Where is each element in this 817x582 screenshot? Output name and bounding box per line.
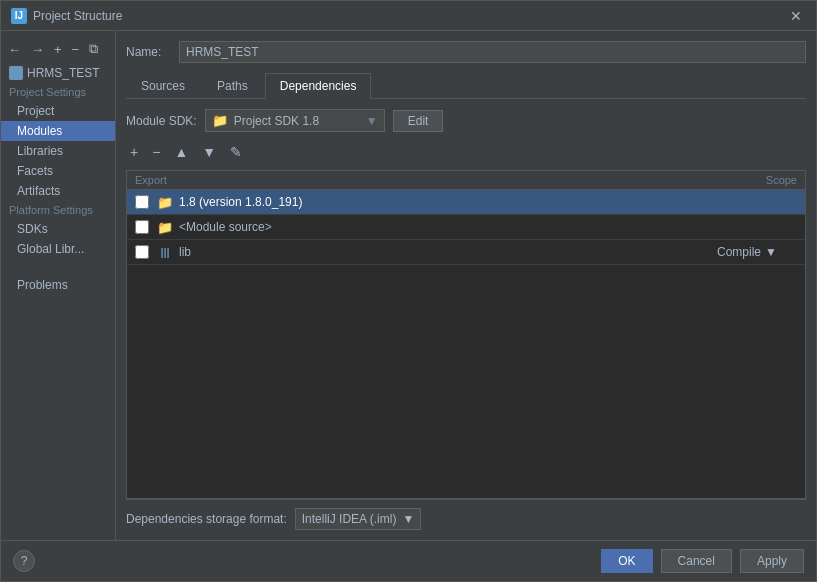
bottom-row: Dependencies storage format: IntelliJ ID… — [126, 499, 806, 530]
deps-checkbox-lib[interactable] — [135, 245, 149, 259]
deps-toolbar: + − ▲ ▼ ✎ — [126, 142, 806, 162]
deps-edit-button[interactable]: ✎ — [226, 142, 246, 162]
project-settings-label: Project Settings — [1, 83, 115, 101]
deps-remove-button[interactable]: − — [148, 142, 164, 162]
deps-down-button[interactable]: ▼ — [198, 142, 220, 162]
deps-col-export: Export — [135, 174, 195, 186]
tab-dependencies[interactable]: Dependencies — [265, 73, 372, 99]
apply-button[interactable]: Apply — [740, 549, 804, 573]
compile-row: Compile ▼ — [717, 245, 797, 259]
tabs-bar: Sources Paths Dependencies — [126, 73, 806, 99]
sidebar-item-artifacts[interactable]: Artifacts — [1, 181, 115, 201]
remove-module-button[interactable]: − — [69, 40, 83, 59]
sidebar: ← → + − ⧉ HRMS_TEST Project Settings Pro… — [1, 31, 116, 540]
deps-name-lib: lib — [179, 245, 717, 259]
name-label: Name: — [126, 45, 171, 59]
nav-toolbar: ← → + − ⧉ — [1, 35, 115, 63]
sidebar-item-project[interactable]: Project — [1, 101, 115, 121]
title-bar-left: IJ Project Structure — [11, 8, 122, 24]
deps-row-sdk[interactable]: 📁 1.8 (version 1.8.0_191) — [127, 190, 805, 215]
copy-module-button[interactable]: ⧉ — [86, 39, 101, 59]
dialog-body: ← → + − ⧉ HRMS_TEST Project Settings Pro… — [1, 31, 816, 540]
format-dropdown-arrow: ▼ — [402, 512, 414, 526]
deps-row-lib[interactable]: ||| lib Compile ▼ — [127, 240, 805, 265]
help-button[interactable]: ? — [13, 550, 35, 572]
name-input[interactable] — [179, 41, 806, 63]
name-row: Name: — [126, 41, 806, 63]
sdk-row: Module SDK: 📁 Project SDK 1.8 ▼ Edit — [126, 109, 806, 132]
edit-sdk-button[interactable]: Edit — [393, 110, 444, 132]
sdk-dropdown-arrow: ▼ — [366, 114, 378, 128]
format-value: IntelliJ IDEA (.iml) — [302, 512, 397, 526]
deps-name-sdk: 1.8 (version 1.8.0_191) — [179, 195, 717, 209]
deps-table-header: Export Scope — [127, 171, 805, 190]
ok-button[interactable]: OK — [601, 549, 652, 573]
close-button[interactable]: ✕ — [786, 8, 806, 24]
platform-settings-label: Platform Settings — [1, 201, 115, 219]
format-dropdown[interactable]: IntelliJ IDEA (.iml) ▼ — [295, 508, 422, 530]
deps-scope-lib: Compile ▼ — [717, 245, 797, 259]
deps-scope-sdk — [717, 195, 797, 209]
deps-checkbox-module-source[interactable] — [135, 220, 149, 234]
compile-dropdown-arrow[interactable]: ▼ — [765, 245, 777, 259]
deps-table: Export Scope 📁 1.8 (version 1.8.0_191) — [126, 170, 806, 499]
deps-up-button[interactable]: ▲ — [170, 142, 192, 162]
sidebar-item-global-libraries[interactable]: Global Libr... — [1, 239, 115, 259]
sidebar-item-libraries[interactable]: Libraries — [1, 141, 115, 161]
deps-checkbox-sdk[interactable] — [135, 195, 149, 209]
module-name: HRMS_TEST — [27, 66, 100, 80]
sidebar-item-sdks[interactable]: SDKs — [1, 219, 115, 239]
add-module-button[interactable]: + — [51, 40, 65, 59]
format-label: Dependencies storage format: — [126, 512, 287, 526]
sidebar-item-facets[interactable]: Facets — [1, 161, 115, 181]
title-bar: IJ Project Structure ✕ — [1, 1, 816, 31]
module-icon — [9, 66, 23, 80]
deps-col-scope: Scope — [717, 174, 797, 186]
tab-paths[interactable]: Paths — [202, 73, 263, 98]
sidebar-item-problems[interactable]: Problems — [1, 275, 115, 295]
cancel-button[interactable]: Cancel — [661, 549, 732, 573]
sdk-dropdown[interactable]: 📁 Project SDK 1.8 ▼ — [205, 109, 385, 132]
sdk-folder-icon: 📁 — [212, 113, 228, 128]
lib-icon: ||| — [157, 244, 173, 260]
sdk-value: Project SDK 1.8 — [234, 114, 319, 128]
dialog-title: Project Structure — [33, 9, 122, 23]
app-icon: IJ — [11, 8, 27, 24]
dialog-footer: ? OK Cancel Apply — [1, 540, 816, 581]
tab-sources[interactable]: Sources — [126, 73, 200, 98]
folder-icon-sdk: 📁 — [157, 194, 173, 210]
sidebar-item-modules[interactable]: Modules — [1, 121, 115, 141]
module-row[interactable]: HRMS_TEST — [1, 63, 115, 83]
deps-col-name — [195, 174, 717, 186]
deps-row-module-source[interactable]: 📁 <Module source> — [127, 215, 805, 240]
deps-scope-badge-sdk — [737, 204, 797, 206]
project-structure-dialog: IJ Project Structure ✕ ← → + − ⧉ HRMS_TE… — [0, 0, 817, 582]
deps-name-module-source: <Module source> — [179, 220, 717, 234]
back-button[interactable]: ← — [5, 40, 24, 59]
sdk-label: Module SDK: — [126, 114, 197, 128]
folder-icon-module-source: 📁 — [157, 219, 173, 235]
deps-add-button[interactable]: + — [126, 142, 142, 162]
compile-text: Compile — [717, 245, 761, 259]
content-area: Name: Sources Paths Dependencies Module … — [116, 31, 816, 540]
forward-button[interactable]: → — [28, 40, 47, 59]
